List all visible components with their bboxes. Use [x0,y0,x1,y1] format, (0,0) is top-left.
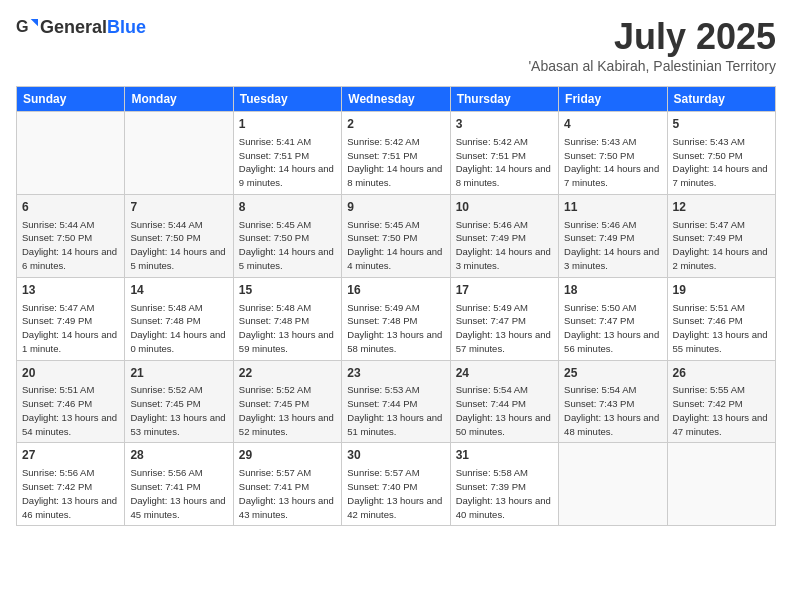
calendar-week-row: 27Sunrise: 5:56 AM Sunset: 7:42 PM Dayli… [17,443,776,526]
day-number: 2 [347,116,444,133]
day-info: Sunrise: 5:54 AM Sunset: 7:44 PM Dayligh… [456,383,553,438]
calendar-cell: 13Sunrise: 5:47 AM Sunset: 7:49 PM Dayli… [17,277,125,360]
calendar-cell: 23Sunrise: 5:53 AM Sunset: 7:44 PM Dayli… [342,360,450,443]
day-number: 3 [456,116,553,133]
calendar-cell: 11Sunrise: 5:46 AM Sunset: 7:49 PM Dayli… [559,194,667,277]
calendar-cell: 17Sunrise: 5:49 AM Sunset: 7:47 PM Dayli… [450,277,558,360]
calendar-cell: 1Sunrise: 5:41 AM Sunset: 7:51 PM Daylig… [233,112,341,195]
day-number: 9 [347,199,444,216]
day-number: 24 [456,365,553,382]
calendar-week-row: 13Sunrise: 5:47 AM Sunset: 7:49 PM Dayli… [17,277,776,360]
weekday-header: Sunday [17,87,125,112]
calendar-cell: 16Sunrise: 5:49 AM Sunset: 7:48 PM Dayli… [342,277,450,360]
day-info: Sunrise: 5:48 AM Sunset: 7:48 PM Dayligh… [130,301,227,356]
calendar-cell: 5Sunrise: 5:43 AM Sunset: 7:50 PM Daylig… [667,112,775,195]
day-info: Sunrise: 5:56 AM Sunset: 7:41 PM Dayligh… [130,466,227,521]
calendar-cell: 22Sunrise: 5:52 AM Sunset: 7:45 PM Dayli… [233,360,341,443]
calendar-cell: 30Sunrise: 5:57 AM Sunset: 7:40 PM Dayli… [342,443,450,526]
calendar-cell: 12Sunrise: 5:47 AM Sunset: 7:49 PM Dayli… [667,194,775,277]
logo: G GeneralBlue [16,16,146,38]
day-number: 13 [22,282,119,299]
day-number: 15 [239,282,336,299]
calendar-cell [17,112,125,195]
calendar-cell: 10Sunrise: 5:46 AM Sunset: 7:49 PM Dayli… [450,194,558,277]
location-title: 'Abasan al Kabirah, Palestinian Territor… [528,58,776,74]
weekday-header: Monday [125,87,233,112]
day-info: Sunrise: 5:49 AM Sunset: 7:47 PM Dayligh… [456,301,553,356]
day-info: Sunrise: 5:43 AM Sunset: 7:50 PM Dayligh… [564,135,661,190]
calendar-cell: 24Sunrise: 5:54 AM Sunset: 7:44 PM Dayli… [450,360,558,443]
calendar-cell: 28Sunrise: 5:56 AM Sunset: 7:41 PM Dayli… [125,443,233,526]
calendar-cell: 7Sunrise: 5:44 AM Sunset: 7:50 PM Daylig… [125,194,233,277]
day-number: 31 [456,447,553,464]
calendar-header-row: SundayMondayTuesdayWednesdayThursdayFrid… [17,87,776,112]
logo-icon: G [16,16,38,38]
day-number: 16 [347,282,444,299]
day-number: 20 [22,365,119,382]
calendar-cell: 18Sunrise: 5:50 AM Sunset: 7:47 PM Dayli… [559,277,667,360]
day-number: 1 [239,116,336,133]
day-number: 18 [564,282,661,299]
day-info: Sunrise: 5:51 AM Sunset: 7:46 PM Dayligh… [22,383,119,438]
day-info: Sunrise: 5:45 AM Sunset: 7:50 PM Dayligh… [239,218,336,273]
day-info: Sunrise: 5:43 AM Sunset: 7:50 PM Dayligh… [673,135,770,190]
calendar-cell: 20Sunrise: 5:51 AM Sunset: 7:46 PM Dayli… [17,360,125,443]
calendar-week-row: 1Sunrise: 5:41 AM Sunset: 7:51 PM Daylig… [17,112,776,195]
calendar-cell [559,443,667,526]
logo-text-blue: Blue [107,17,146,37]
day-info: Sunrise: 5:52 AM Sunset: 7:45 PM Dayligh… [130,383,227,438]
day-info: Sunrise: 5:45 AM Sunset: 7:50 PM Dayligh… [347,218,444,273]
day-number: 28 [130,447,227,464]
day-number: 10 [456,199,553,216]
calendar-cell: 3Sunrise: 5:42 AM Sunset: 7:51 PM Daylig… [450,112,558,195]
calendar-cell: 26Sunrise: 5:55 AM Sunset: 7:42 PM Dayli… [667,360,775,443]
calendar-cell: 9Sunrise: 5:45 AM Sunset: 7:50 PM Daylig… [342,194,450,277]
day-number: 4 [564,116,661,133]
day-number: 8 [239,199,336,216]
day-number: 27 [22,447,119,464]
day-info: Sunrise: 5:44 AM Sunset: 7:50 PM Dayligh… [22,218,119,273]
day-info: Sunrise: 5:58 AM Sunset: 7:39 PM Dayligh… [456,466,553,521]
day-info: Sunrise: 5:46 AM Sunset: 7:49 PM Dayligh… [564,218,661,273]
calendar-cell: 21Sunrise: 5:52 AM Sunset: 7:45 PM Dayli… [125,360,233,443]
calendar-cell [667,443,775,526]
day-number: 25 [564,365,661,382]
day-info: Sunrise: 5:57 AM Sunset: 7:40 PM Dayligh… [347,466,444,521]
day-number: 17 [456,282,553,299]
title-block: July 2025 'Abasan al Kabirah, Palestinia… [528,16,776,74]
calendar-cell: 8Sunrise: 5:45 AM Sunset: 7:50 PM Daylig… [233,194,341,277]
calendar-cell: 14Sunrise: 5:48 AM Sunset: 7:48 PM Dayli… [125,277,233,360]
weekday-header: Thursday [450,87,558,112]
day-number: 26 [673,365,770,382]
month-title: July 2025 [528,16,776,58]
calendar-cell: 31Sunrise: 5:58 AM Sunset: 7:39 PM Dayli… [450,443,558,526]
logo-text-general: General [40,17,107,37]
calendar-cell: 29Sunrise: 5:57 AM Sunset: 7:41 PM Dayli… [233,443,341,526]
calendar-cell: 2Sunrise: 5:42 AM Sunset: 7:51 PM Daylig… [342,112,450,195]
weekday-header: Saturday [667,87,775,112]
svg-text:G: G [16,17,29,35]
day-number: 30 [347,447,444,464]
calendar-cell: 4Sunrise: 5:43 AM Sunset: 7:50 PM Daylig… [559,112,667,195]
day-info: Sunrise: 5:46 AM Sunset: 7:49 PM Dayligh… [456,218,553,273]
day-info: Sunrise: 5:54 AM Sunset: 7:43 PM Dayligh… [564,383,661,438]
calendar-week-row: 20Sunrise: 5:51 AM Sunset: 7:46 PM Dayli… [17,360,776,443]
day-number: 6 [22,199,119,216]
day-info: Sunrise: 5:47 AM Sunset: 7:49 PM Dayligh… [22,301,119,356]
page-header: G GeneralBlue July 2025 'Abasan al Kabir… [16,16,776,74]
day-info: Sunrise: 5:50 AM Sunset: 7:47 PM Dayligh… [564,301,661,356]
calendar-cell: 19Sunrise: 5:51 AM Sunset: 7:46 PM Dayli… [667,277,775,360]
day-info: Sunrise: 5:42 AM Sunset: 7:51 PM Dayligh… [347,135,444,190]
day-info: Sunrise: 5:53 AM Sunset: 7:44 PM Dayligh… [347,383,444,438]
day-number: 12 [673,199,770,216]
day-number: 11 [564,199,661,216]
calendar-week-row: 6Sunrise: 5:44 AM Sunset: 7:50 PM Daylig… [17,194,776,277]
day-number: 29 [239,447,336,464]
day-info: Sunrise: 5:44 AM Sunset: 7:50 PM Dayligh… [130,218,227,273]
day-info: Sunrise: 5:41 AM Sunset: 7:51 PM Dayligh… [239,135,336,190]
day-info: Sunrise: 5:47 AM Sunset: 7:49 PM Dayligh… [673,218,770,273]
day-number: 19 [673,282,770,299]
calendar-cell: 27Sunrise: 5:56 AM Sunset: 7:42 PM Dayli… [17,443,125,526]
day-info: Sunrise: 5:42 AM Sunset: 7:51 PM Dayligh… [456,135,553,190]
calendar-table: SundayMondayTuesdayWednesdayThursdayFrid… [16,86,776,526]
